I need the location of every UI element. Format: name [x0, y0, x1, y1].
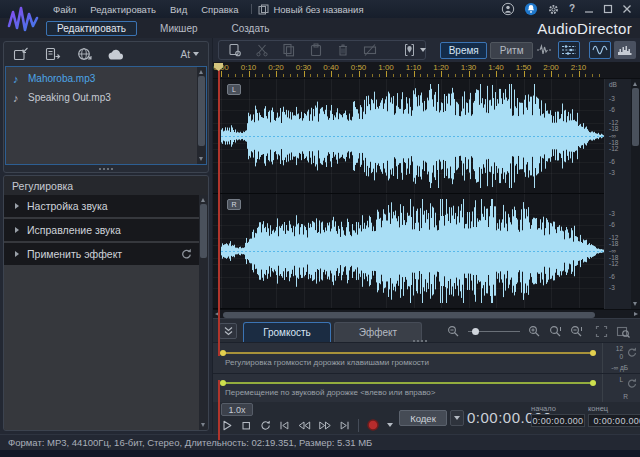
right-channel[interactable]: R	[213, 194, 604, 309]
notification-bell-icon[interactable]	[524, 2, 538, 16]
settings-gear-icon[interactable]	[547, 3, 560, 16]
media-file-list[interactable]: ♪Mahoroba.mp3♪Speaking Out.mp3	[5, 66, 207, 165]
zoom-in-horizontal-icon[interactable]	[528, 325, 541, 338]
volume-keyframe-lane[interactable]: Регулировка громкости дорожки клавишами …	[213, 342, 640, 373]
keyframe-view-toggle[interactable]	[558, 41, 580, 59]
menu-item[interactable]: Файл	[53, 4, 76, 15]
reset-lane-icon[interactable]	[626, 346, 638, 358]
scroll-up-icon[interactable]	[199, 70, 203, 74]
mode-tab[interactable]: Создать	[221, 21, 281, 36]
start-time-field[interactable]: 0:00:00.000	[531, 414, 585, 427]
cut-icon[interactable]	[255, 43, 269, 57]
codec-dropdown[interactable]	[450, 410, 464, 426]
playback-speed-button[interactable]: 1.0x	[221, 403, 253, 416]
keyframe-dot[interactable]	[590, 350, 596, 356]
left-channel[interactable]: L	[213, 79, 604, 194]
end-time-field[interactable]: 0:00:00.000	[588, 414, 640, 427]
go-to-start-button[interactable]	[278, 419, 290, 432]
scroll-down-icon[interactable]	[201, 423, 205, 427]
record-options-caret[interactable]	[387, 423, 393, 427]
panel-resize-handle[interactable]	[4, 165, 208, 172]
zoom-in-vertical-icon[interactable]	[570, 325, 583, 338]
zoom-to-selection-icon[interactable]	[616, 325, 630, 338]
download-sounds-icon[interactable]	[77, 47, 92, 61]
cloud-icon[interactable]	[108, 48, 125, 61]
scrollbar-thumb[interactable]	[632, 88, 639, 146]
fit-to-window-icon[interactable]	[595, 325, 608, 338]
loop-button[interactable]	[259, 419, 271, 432]
play-button[interactable]	[221, 419, 233, 432]
volume-envelope-line[interactable]	[222, 352, 594, 354]
db-label: -6	[609, 221, 615, 228]
scroll-right-icon[interactable]	[634, 312, 638, 316]
scroll-up-icon[interactable]	[633, 82, 637, 86]
codec-button[interactable]: Кодек	[399, 410, 447, 426]
waveform-left-canvas[interactable]	[213, 79, 604, 193]
pan-keyframe-lane[interactable]: Перемещение по звуковой дорожке <влево и…	[213, 373, 640, 402]
delete-trash-icon[interactable]	[336, 43, 350, 57]
keyframe-dot[interactable]	[220, 350, 226, 356]
scroll-up-icon[interactable]	[201, 198, 205, 202]
copy-icon[interactable]	[282, 43, 296, 57]
scroll-down-icon[interactable]	[199, 157, 203, 161]
pan-envelope-line[interactable]	[222, 382, 594, 384]
ruler-label: 2:10	[571, 63, 587, 72]
adjustment-item[interactable]: Применить эффект	[4, 243, 199, 265]
file-list-item[interactable]: ♪Mahoroba.mp3	[6, 69, 206, 88]
scrollbar-thumb[interactable]	[200, 204, 207, 258]
file-list-item[interactable]: ♪Speaking Out.mp3	[6, 88, 206, 107]
text-to-speech-tool[interactable]: At	[181, 49, 199, 60]
timeline-ruler[interactable]: 0:000:100:200:300:400:501:001:101:201:30…	[213, 62, 640, 79]
keyframe-dot[interactable]	[220, 380, 226, 386]
menu-item[interactable]: Справка	[201, 4, 238, 15]
scroll-down-icon[interactable]	[633, 302, 637, 306]
reset-lane-icon[interactable]	[626, 377, 638, 389]
waveform-view-toggle[interactable]	[589, 41, 611, 59]
db-label: -12	[609, 260, 618, 267]
scrollbar-thumb[interactable]	[198, 76, 205, 146]
editor-main-area: Время Ритм	[213, 38, 640, 434]
keyframe-dot[interactable]	[590, 380, 596, 386]
menu-item[interactable]: Редактировать	[90, 4, 156, 15]
menu-item[interactable]: Вид	[170, 4, 187, 15]
adjustment-item[interactable]: Исправление звука	[4, 219, 199, 241]
time-mode-button[interactable]: Время	[440, 42, 487, 59]
trim-icon[interactable]	[363, 43, 377, 57]
fast-forward-button[interactable]	[318, 419, 332, 432]
zoom-slider-handle[interactable]	[472, 328, 479, 335]
batch-import-icon[interactable]	[45, 47, 61, 61]
help-icon[interactable]: ?	[569, 4, 575, 14]
mode-tab[interactable]: Микшер	[149, 21, 208, 36]
reset-effects-icon[interactable]	[180, 247, 193, 260]
minimize-button[interactable]	[584, 4, 594, 14]
tab-effect[interactable]: Эффект	[334, 322, 422, 342]
adjustment-scrollbar[interactable]	[199, 195, 208, 430]
spectral-view-toggle[interactable]	[614, 41, 636, 59]
scrollbar-thumb[interactable]	[223, 312, 595, 318]
account-icon[interactable]	[501, 2, 515, 16]
paste-icon[interactable]	[309, 43, 323, 57]
mode-tab[interactable]: Редактировать	[46, 21, 137, 36]
record-button[interactable]	[366, 418, 380, 432]
maximize-button[interactable]	[603, 4, 613, 14]
waveform-right-canvas[interactable]	[213, 194, 604, 308]
clip-properties-icon[interactable]	[228, 43, 242, 57]
stretch-wave-toggle[interactable]	[533, 41, 555, 59]
file-list-scrollbar[interactable]	[197, 67, 206, 164]
adjustment-item[interactable]: Настройка звука	[4, 195, 199, 217]
rewind-button[interactable]	[297, 419, 311, 432]
go-to-end-button[interactable]	[339, 419, 351, 432]
rhythm-mode-button[interactable]: Ритм	[490, 42, 533, 59]
vertical-scrollbar[interactable]	[631, 79, 640, 309]
marker-tool[interactable]	[403, 43, 426, 57]
zoom-out-vertical-icon[interactable]	[549, 325, 562, 338]
horizontal-scrollbar[interactable]	[213, 309, 640, 318]
zoom-slider[interactable]	[468, 331, 520, 332]
close-button[interactable]	[622, 4, 632, 14]
collapse-lanes-button[interactable]	[219, 323, 237, 339]
import-media-icon[interactable]	[13, 47, 29, 61]
zoom-out-horizontal-icon[interactable]	[447, 325, 460, 338]
stop-button[interactable]	[240, 419, 252, 432]
adjustment-item-label: Применить эффект	[27, 248, 122, 260]
tab-volume[interactable]: Громкость	[243, 322, 331, 342]
